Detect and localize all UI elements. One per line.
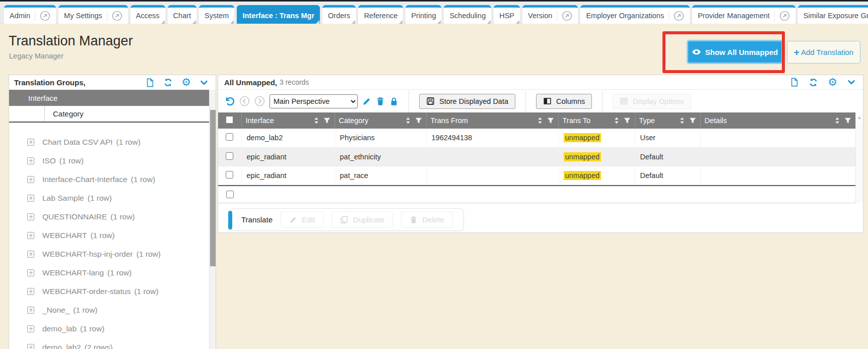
tab-printing[interactable]: Printing	[406, 5, 441, 24]
undo-icon[interactable]	[224, 96, 235, 106]
collapse-chevron-icon[interactable]	[199, 78, 209, 87]
footer-checkbox[interactable]	[226, 191, 234, 198]
edit-pencil-icon[interactable]	[362, 97, 371, 106]
expand-plus-icon[interactable]	[27, 157, 34, 164]
perspective-select[interactable]: Main Perspective	[270, 94, 358, 108]
table-row[interactable]: epic_radiantpat_raceunmappedDefault	[218, 166, 856, 185]
tree-item-webchart-order-status[interactable]: WEBCHART-order-status(1 row)	[9, 282, 216, 301]
tree-item-interface-chart-interface[interactable]: Interface-Chart-Interface(1 row)	[9, 170, 216, 189]
column-header-interface[interactable]: Interface	[241, 112, 335, 129]
sort-icon[interactable]	[835, 117, 840, 124]
scrollbar-thumb[interactable]	[210, 110, 216, 266]
refresh-icon[interactable]	[163, 78, 173, 87]
new-document-icon[interactable]	[146, 78, 155, 87]
tab-similar-exposure-groups-segs[interactable]: Similar Exposure Groups (SEGs)	[798, 5, 868, 24]
tab-system[interactable]: System	[199, 5, 234, 24]
expand-plus-icon[interactable]	[27, 176, 34, 183]
column-header-trans-from[interactable]: Trans From	[426, 112, 558, 129]
open-in-new-icon[interactable]	[107, 11, 122, 21]
add-translation-button[interactable]: + Add Translation	[787, 41, 860, 64]
tab-scheduling[interactable]: Scheduling	[444, 5, 491, 24]
settings-gear-icon[interactable]: ⚙	[181, 77, 191, 88]
open-in-new-icon[interactable]	[774, 11, 790, 21]
new-document-icon[interactable]	[790, 78, 799, 87]
filter-funnel-icon[interactable]	[844, 117, 851, 124]
sort-icon[interactable]	[406, 117, 411, 124]
expand-plus-icon[interactable]	[27, 232, 34, 239]
grid-icon	[620, 97, 628, 105]
filter-funnel-icon[interactable]	[415, 117, 422, 124]
tab-my-settings[interactable]: My Settings	[58, 5, 128, 24]
expand-plus-icon[interactable]	[27, 251, 34, 258]
tree-item-lab-sample[interactable]: Lab Sample(1 row)	[9, 189, 216, 207]
filter-funnel-icon[interactable]	[689, 117, 696, 124]
column-header-trans-to[interactable]: Trans To	[558, 112, 635, 129]
translate-action[interactable]: Translate	[241, 215, 273, 224]
next-icon[interactable]	[254, 96, 265, 106]
sort-icon[interactable]	[614, 117, 619, 124]
delete-button[interactable]: Delete	[401, 211, 452, 228]
tab-orders[interactable]: Orders	[322, 5, 356, 24]
display-options-button[interactable]: Display Options	[613, 94, 691, 109]
tree-item-webchart-hsp-inj-order[interactable]: WEBCHART-hsp-inj-order(1 row)	[9, 245, 216, 263]
sort-icon[interactable]	[538, 117, 543, 124]
tab-access[interactable]: Access	[130, 5, 165, 24]
tree-item-webchart-lang[interactable]: WEBCHART-lang(1 row)	[9, 263, 216, 282]
left-panel-scrollbar[interactable]	[209, 90, 216, 349]
collapse-chevron-icon[interactable]	[847, 78, 856, 87]
tree-item-none[interactable]: _None_(1 row)	[9, 301, 216, 319]
expand-plus-icon[interactable]	[27, 139, 34, 146]
columns-button[interactable]: Columns	[536, 94, 592, 109]
delete-trash-icon[interactable]	[376, 97, 385, 106]
table-scrollbar[interactable]: ▲	[855, 112, 863, 203]
refresh-icon[interactable]	[809, 78, 818, 87]
duplicate-button[interactable]: Duplicate	[331, 211, 393, 228]
expand-plus-icon[interactable]	[27, 325, 34, 332]
open-in-new-icon[interactable]	[557, 11, 572, 21]
duplicate-copy-icon	[340, 215, 349, 224]
edit-button[interactable]: Edit	[281, 211, 323, 228]
tree-item-demo-lab2[interactable]: demo_lab2(2 rows)	[9, 338, 216, 349]
previous-icon[interactable]	[239, 96, 250, 106]
filter-funnel-icon[interactable]	[624, 117, 631, 124]
lock-icon[interactable]	[389, 97, 398, 106]
tab-admin[interactable]: Admin	[4, 5, 56, 24]
expand-plus-icon[interactable]	[27, 213, 34, 220]
expand-plus-icon[interactable]	[27, 195, 34, 202]
show-all-unmapped-button[interactable]: Show All Unmapped	[687, 40, 783, 64]
tab-employer-organizations[interactable]: Employer Organizations	[580, 5, 690, 24]
tab-chart[interactable]: Chart	[168, 5, 196, 24]
tab-interface-trans-mgr[interactable]: Interface : Trans Mgr	[237, 5, 320, 24]
tab-reference[interactable]: Reference	[358, 5, 403, 24]
tab-version[interactable]: Version	[522, 5, 578, 24]
filter-funnel-icon[interactable]	[323, 117, 330, 124]
settings-gear-icon[interactable]: ⚙	[828, 77, 837, 88]
expand-plus-icon[interactable]	[27, 307, 34, 314]
expand-plus-icon[interactable]	[27, 269, 34, 276]
column-header-category[interactable]: Category	[335, 112, 426, 129]
row-checkbox[interactable]	[226, 171, 233, 179]
open-in-new-icon[interactable]	[669, 11, 684, 21]
sort-icon[interactable]	[680, 117, 685, 124]
select-all-checkbox[interactable]	[226, 116, 233, 124]
tree-item-webchart[interactable]: WEBCHART(1 row)	[9, 226, 216, 245]
tree-item-chart-data-csv-api[interactable]: Chart Data CSV API(1 row)	[9, 133, 216, 151]
column-header-type[interactable]: Type	[635, 112, 700, 129]
row-checkbox[interactable]	[226, 152, 233, 160]
open-in-new-icon[interactable]	[35, 11, 50, 21]
table-row[interactable]: demo_lab2Physicians1962494138unmappedUse…	[218, 129, 856, 147]
expand-plus-icon[interactable]	[27, 288, 34, 295]
tree-item-iso[interactable]: ISO(1 row)	[9, 151, 216, 170]
store-displayed-data-button[interactable]: Store Displayed Data	[419, 94, 515, 109]
column-header-details[interactable]: Details	[700, 112, 856, 129]
filter-funnel-icon[interactable]	[547, 117, 554, 124]
scroll-up-icon[interactable]: ▲	[856, 112, 863, 123]
row-checkbox[interactable]	[226, 133, 233, 141]
table-row[interactable]: epic_radiantpat_ethnicityunmappedDefault	[218, 147, 856, 166]
tree-item-demo-lab[interactable]: demo_lab(1 row)	[9, 319, 216, 338]
tab-provider-management[interactable]: Provider Management	[692, 5, 795, 24]
tree-item-questionnaire[interactable]: QUESTIONNAIRE(1 row)	[9, 207, 216, 226]
expand-plus-icon[interactable]	[27, 344, 34, 349]
tab-hsp[interactable]: HSP	[494, 5, 520, 24]
sort-icon[interactable]	[314, 117, 319, 124]
